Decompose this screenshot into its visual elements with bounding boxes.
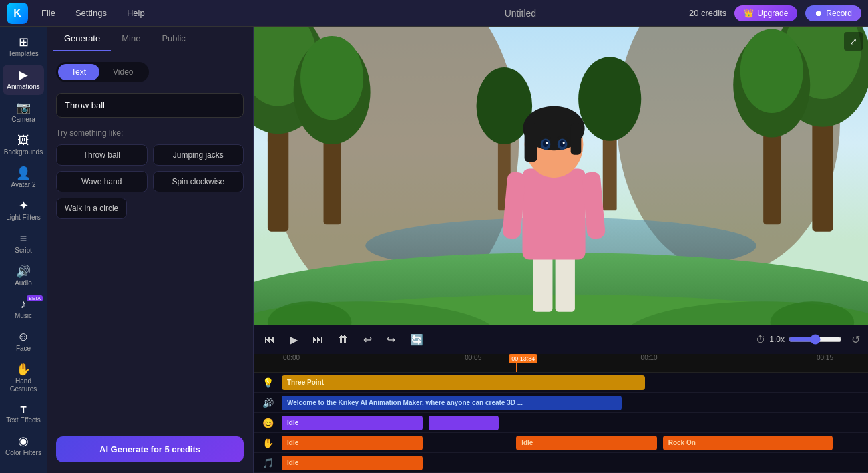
animations-icon: ▶ — [19, 69, 28, 81]
expand-viewport-button[interactable]: ⤢ — [844, 32, 863, 51]
clip-face-idle-2[interactable] — [429, 416, 499, 430]
nav-help[interactable]: Help — [127, 8, 145, 18]
texteffects-icon: T — [20, 404, 26, 414]
animation-search-input[interactable] — [56, 93, 244, 118]
top-nav: K File Settings Help Untitled 20 credits… — [0, 0, 868, 27]
sidebar-item-script[interactable]: ≡ Script — [3, 228, 44, 259]
speed-control: ⏱ 1.0x — [756, 334, 842, 345]
redo-button[interactable]: ↪ — [384, 331, 398, 349]
timeline-area: 00:00 00:05 00:10 00:15 00:13:84 💡 Three — [254, 354, 868, 473]
viewport: ⤢ — [254, 27, 868, 325]
logo: K — [7, 3, 28, 24]
audio-label: Audio — [15, 279, 32, 287]
templates-icon: ⊞ — [19, 36, 29, 48]
svg-point-20 — [578, 57, 641, 140]
try-label: Try something like: — [56, 128, 244, 138]
ruler-mark-10: 00:10 — [640, 354, 658, 364]
suggestion-jumping-jacks[interactable]: Jumping jacks — [153, 144, 244, 166]
project-title: Untitled — [365, 8, 676, 19]
sidebar-item-backgrounds[interactable]: 🖼 Backgrounds — [3, 130, 44, 160]
credits-display: 20 credits — [689, 8, 726, 18]
nav-file[interactable]: File — [41, 8, 55, 18]
record-button[interactable]: ⏺ Record — [805, 5, 861, 21]
suggestion-wave-hand[interactable]: Wave hand — [56, 171, 148, 192]
tab-public[interactable]: Public — [151, 27, 196, 51]
sidebar-item-templates[interactable]: ⊞ Templates — [3, 32, 44, 62]
clip-audio-text[interactable]: Welcome to the Krikey AI Animation Maker… — [282, 396, 622, 410]
upgrade-button[interactable]: 👑 Upgrade — [734, 5, 797, 21]
texteffects-label: Text Effects — [6, 416, 41, 424]
ruler-mark-15: 00:15 — [815, 354, 833, 364]
playhead-time: 00:13:84 — [509, 354, 537, 363]
suggestion-spin-clockwise[interactable]: Spin clockwise — [153, 171, 244, 192]
avatar-icon: 👤 — [16, 167, 31, 179]
loop-button[interactable]: 🔄 — [407, 331, 426, 349]
generate-button[interactable]: AI Generate for 5 credits — [56, 436, 244, 462]
clip-hand-idle-1[interactable]: Idle — [282, 436, 423, 450]
sidebar-item-colorfilters[interactable]: ◉ Color Filters — [3, 431, 44, 461]
undo-button[interactable]: ↩ — [361, 331, 375, 349]
music-icon: ♪ — [21, 298, 27, 310]
sidebar-item-avatar[interactable]: 👤 Avatar 2 — [3, 163, 44, 193]
record-icon: ⏺ — [815, 9, 823, 18]
track-light-content: Three Point — [282, 375, 868, 391]
track-light: 💡 Three Point — [254, 373, 868, 393]
svg-point-16 — [740, 29, 803, 112]
script-label: Script — [15, 247, 32, 255]
light-icon: ✦ — [19, 200, 29, 212]
audio-icon: 🔊 — [16, 265, 31, 277]
track-extra-icon: 🎵 — [254, 458, 282, 468]
sidebar-item-animations[interactable]: ▶ Animations — [3, 65, 44, 95]
sidebar-item-music[interactable]: ♪ Music BETA — [3, 294, 44, 324]
sidebar-item-texteffects[interactable]: T Text Effects — [3, 400, 44, 428]
sidebar-item-face[interactable]: ☺ Face — [3, 327, 44, 357]
svg-rect-34 — [525, 124, 537, 162]
speed-slider[interactable] — [789, 334, 842, 345]
reset-button[interactable]: ↺ — [851, 333, 860, 346]
handgestures-icon: ✋ — [16, 363, 31, 375]
play-pause-button[interactable]: ▶ — [287, 331, 300, 349]
skip-start-button[interactable]: ⏮ — [262, 331, 278, 348]
svg-rect-27 — [556, 253, 575, 312]
upgrade-label: Upgrade — [757, 9, 788, 18]
face-label: Face — [16, 345, 31, 353]
camera-icon: 📷 — [16, 102, 31, 114]
track-face: 😊 Idle — [254, 413, 868, 433]
panel-content: Text Video Try something like: Throw bal… — [47, 51, 253, 426]
tab-generate[interactable]: Generate — [53, 27, 111, 51]
track-audio-content: Welcome to the Krikey AI Animation Maker… — [282, 395, 868, 411]
clip-rock-on[interactable]: Rock On — [663, 436, 833, 450]
timeline-ruler: 00:00 00:05 00:10 00:15 00:13:84 — [254, 354, 868, 373]
clip-face-idle-1[interactable]: Idle — [282, 416, 423, 430]
svg-point-41 — [563, 142, 565, 144]
speed-value: 1.0x — [769, 335, 785, 344]
clip-three-point[interactable]: Three Point — [282, 375, 645, 390]
sidebar-item-light[interactable]: ✦ Light Filters — [3, 196, 44, 226]
light-label: Light Filters — [6, 214, 41, 222]
track-face-icon: 😊 — [254, 418, 282, 428]
beta-badge: BETA — [27, 295, 43, 301]
suggestion-throw-ball[interactable]: Throw ball — [56, 144, 148, 166]
svg-rect-26 — [533, 253, 552, 312]
suggestion-walk-circle[interactable]: Walk in a circle — [56, 198, 127, 219]
track-audio: 🔊 Welcome to the Krikey AI Animation Mak… — [254, 393, 868, 413]
sidebar-item-audio[interactable]: 🔊 Audio — [3, 261, 44, 291]
ruler-mark-0: 00:00 — [282, 354, 300, 364]
sidebar-item-camera[interactable]: 📷 Camera — [3, 98, 44, 128]
main-layout: ⊞ Templates ▶ Animations 📷 Camera 🖼 Back… — [0, 27, 868, 473]
tab-mine[interactable]: Mine — [111, 27, 151, 51]
text-toggle[interactable]: Text — [58, 64, 99, 80]
camera-label: Camera — [11, 116, 35, 124]
animations-label: Animations — [7, 83, 39, 91]
delete-button[interactable]: 🗑 — [335, 331, 351, 348]
colorfilters-label: Color Filters — [5, 449, 41, 457]
track-hand-content: Idle Idle Rock On — [282, 435, 868, 451]
clip-hand-idle-2[interactable]: Idle — [516, 436, 657, 450]
sidebar-item-handgestures[interactable]: ✋ Hand Gestures — [3, 359, 44, 398]
skip-end-button[interactable]: ⏭ — [310, 331, 326, 348]
playback-bar: ⏮ ▶ ⏭ 🗑 ↩ ↪ 🔄 ⏱ 1.0x ↺ — [254, 325, 868, 354]
video-toggle[interactable]: Video — [99, 64, 146, 80]
nav-settings[interactable]: Settings — [75, 8, 107, 18]
track-hand-icon: ✋ — [254, 438, 282, 448]
clip-extra-idle[interactable]: Idle — [282, 456, 423, 470]
